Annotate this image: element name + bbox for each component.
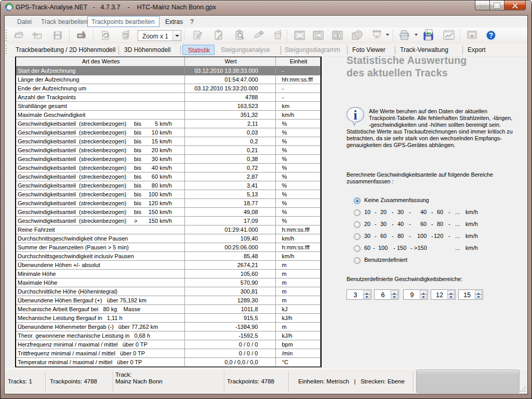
svg-text:i: i <box>354 108 357 122</box>
svg-text:?: ? <box>489 31 494 39</box>
